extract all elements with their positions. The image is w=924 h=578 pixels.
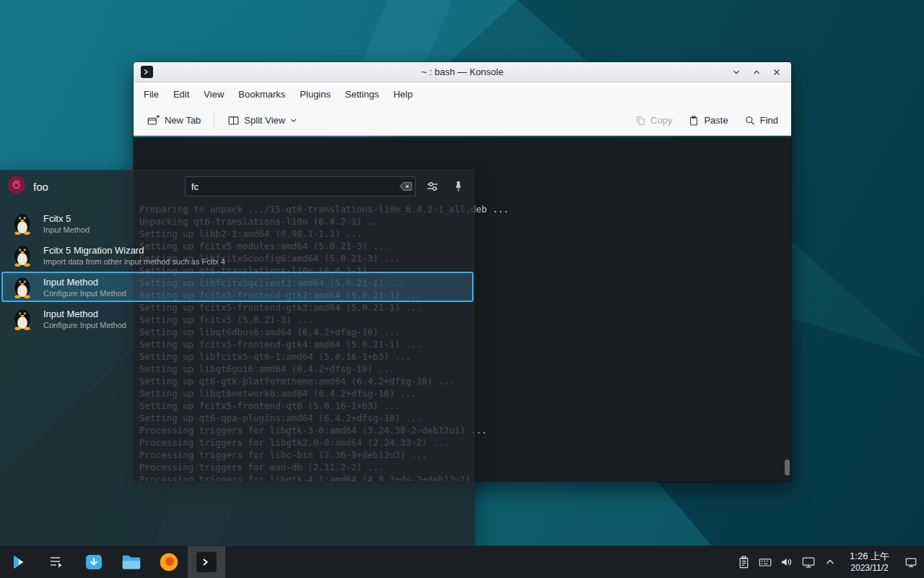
task-manager-icon — [48, 553, 65, 571]
app-launcher-icon — [9, 553, 28, 571]
split-view-label: Split View — [244, 115, 285, 126]
result-subtitle: Input Method — [43, 225, 90, 234]
window-title: ~ : bash — Konsole — [134, 66, 791, 77]
launcher-search-overlay: foo — [0, 170, 475, 545]
discover-icon — [84, 552, 104, 572]
tux-app-icon — [10, 275, 35, 299]
clear-search-icon[interactable] — [398, 181, 413, 192]
result-text: Input Method Configure Input Method — [43, 277, 126, 298]
paste-icon — [688, 115, 699, 126]
taskbar: 1:26 上午 2023/11/2 — [0, 545, 924, 578]
result-title: Fcitx 5 Migration Wizard — [43, 245, 225, 256]
result-item[interactable]: Fcitx 5 Input Method — [1, 208, 474, 238]
tray-expand-icon[interactable] — [819, 546, 841, 578]
search-field — [185, 176, 416, 197]
copy-button[interactable]: Copy — [629, 111, 678, 131]
konsole-task-button[interactable] — [188, 546, 225, 578]
clock-date: 2023/11/2 — [850, 563, 889, 574]
clipboard-icon[interactable] — [733, 546, 754, 578]
menu-item-view[interactable]: View — [196, 86, 231, 103]
close-button[interactable] — [767, 63, 787, 82]
result-subtitle: Import data from other input method such… — [43, 257, 225, 266]
result-text: Input Method Configure Input Method — [43, 309, 126, 329]
new-tab-label: New Tab — [165, 115, 201, 126]
result-text: Fcitx 5 Input Method — [43, 213, 90, 234]
task-manager-button[interactable] — [38, 546, 75, 578]
maximize-button[interactable] — [746, 63, 767, 82]
menu-bar: File Edit View Bookmarks Plugins Setting… — [134, 82, 791, 105]
scrollbar-thumb[interactable] — [785, 460, 790, 475]
new-tab-button[interactable]: New Tab — [141, 110, 206, 131]
chevron-down-icon — [289, 116, 297, 124]
tux-app-icon — [10, 243, 35, 267]
menu-item-help[interactable]: Help — [386, 86, 420, 103]
menu-item-file[interactable]: File — [136, 86, 166, 103]
minimize-button[interactable] — [726, 63, 746, 82]
app-launcher-button[interactable] — [0, 546, 38, 578]
discover-button[interactable] — [75, 546, 113, 578]
launcher-brand: foo — [33, 181, 48, 193]
tux-app-icon — [10, 211, 35, 236]
konsole-icon — [196, 551, 217, 573]
launcher-header: foo — [0, 171, 475, 202]
result-item[interactable]: Fcitx 5 Migration Wizard Import data fro… — [1, 240, 474, 270]
toolbar-separator — [214, 113, 214, 129]
result-title: Input Method — [43, 277, 126, 288]
show-desktop-button[interactable] — [898, 546, 924, 578]
taskbar-spacer — [225, 546, 733, 578]
search-input[interactable] — [185, 176, 416, 197]
split-view-button[interactable]: Split View — [222, 110, 303, 131]
clock-time: 1:26 上午 — [850, 551, 889, 563]
search-results: Fcitx 5 Input Method — [0, 202, 475, 334]
copy-icon — [635, 115, 646, 126]
find-label: Find — [760, 115, 778, 126]
display-icon[interactable] — [798, 546, 819, 578]
volume-icon[interactable] — [776, 546, 798, 578]
file-manager-button[interactable] — [113, 546, 150, 578]
result-item[interactable]: Input Method Configure Input Method — [1, 272, 474, 302]
find-icon — [744, 115, 756, 126]
input-method-icon[interactable] — [754, 546, 776, 578]
menu-item-settings[interactable]: Settings — [338, 86, 386, 103]
pin-icon[interactable] — [449, 177, 468, 196]
copy-label: Copy — [650, 115, 672, 126]
terminal-scrollbar[interactable] — [783, 142, 790, 480]
result-title: Input Method — [43, 309, 126, 319]
clock[interactable]: 1:26 上午 2023/11/2 — [841, 546, 898, 578]
folder-icon — [121, 551, 142, 573]
result-title: Fcitx 5 — [43, 213, 90, 224]
firefox-button[interactable] — [150, 546, 188, 578]
menu-item-edit[interactable]: Edit — [166, 86, 196, 103]
result-text: Fcitx 5 Migration Wizard Import data fro… — [43, 245, 225, 266]
find-button[interactable]: Find — [738, 111, 784, 131]
result-subtitle: Configure Input Method — [43, 289, 126, 298]
konsole-window-icon — [141, 66, 153, 78]
firefox-icon — [158, 551, 180, 573]
window-titlebar[interactable]: ~ : bash — Konsole — [134, 62, 791, 82]
menu-item-plugins[interactable]: Plugins — [292, 86, 338, 103]
search-options-icon[interactable] — [423, 177, 442, 196]
toolbar: New Tab Split View Copy Paste F — [134, 105, 791, 136]
paste-button[interactable]: Paste — [682, 111, 733, 131]
tux-app-icon — [10, 306, 35, 331]
paste-label: Paste — [704, 115, 728, 126]
result-item[interactable]: Input Method Configure Input Method — [1, 303, 474, 334]
menu-item-bookmarks[interactable]: Bookmarks — [231, 86, 292, 103]
debian-logo-icon — [7, 176, 26, 197]
result-subtitle: Configure Input Method — [43, 321, 126, 329]
